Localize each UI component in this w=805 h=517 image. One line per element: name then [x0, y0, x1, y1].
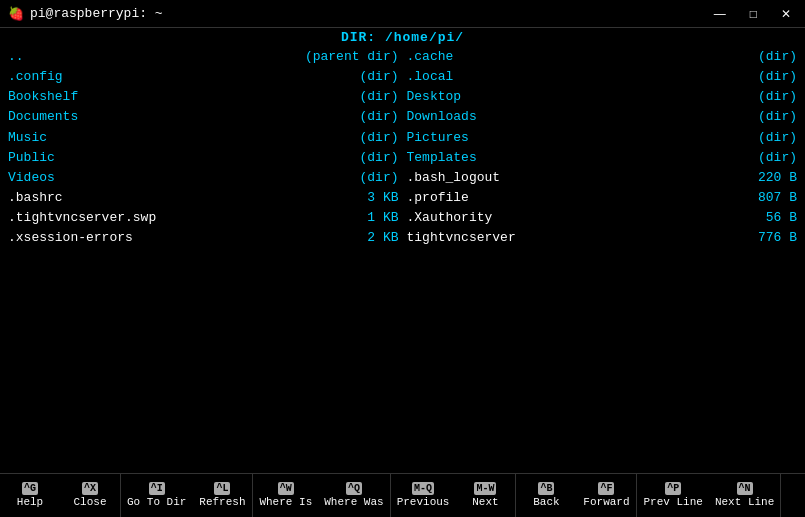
- list-item[interactable]: Bookshelf(dir): [4, 87, 403, 107]
- shortcut-button[interactable]: ^X Close: [60, 474, 120, 517]
- btn-row-top: ^W: [278, 482, 294, 495]
- list-item[interactable]: Documents(dir): [4, 107, 403, 127]
- key-label: M-W: [474, 482, 496, 495]
- btn-label-top: Where Is: [259, 495, 312, 509]
- list-item[interactable]: ..(parent dir): [4, 47, 403, 67]
- file-entry-name: .config: [8, 67, 63, 87]
- list-item[interactable]: .xsession-errors2 KB: [4, 228, 403, 248]
- file-entry-name: Templates: [407, 148, 477, 168]
- btn-label-top: Go To Dir: [127, 495, 186, 509]
- list-item[interactable]: .config(dir): [4, 67, 403, 87]
- file-entry-name: .local: [407, 67, 454, 87]
- close-button[interactable]: ✕: [775, 5, 797, 23]
- shortcut-button[interactable]: ^F Forward: [576, 474, 636, 517]
- file-entry-size: (dir): [329, 67, 399, 87]
- file-entry-size: (dir): [329, 148, 399, 168]
- btn-label-bottom: Next: [472, 495, 498, 509]
- titlebar-left: 🍓 pi@raspberrypi: ~: [8, 6, 163, 22]
- btn-row-top: ^G: [22, 482, 38, 495]
- app-icon: 🍓: [8, 6, 24, 22]
- key-label: ^L: [214, 482, 230, 495]
- shortcut-button[interactable]: M-W Next: [455, 474, 515, 517]
- file-entry-size: (dir): [329, 107, 399, 127]
- file-entry-size: 1 KB: [329, 208, 399, 228]
- list-item[interactable]: Templates(dir): [403, 148, 802, 168]
- btn-row-bottom: ^Q: [346, 482, 362, 495]
- file-entry-name: Public: [8, 148, 55, 168]
- button-group: ^I Go To Dir ^L Refresh: [121, 474, 253, 517]
- shortcut-button[interactable]: ^W Where Is: [253, 474, 318, 517]
- file-entry-size: 2 KB: [329, 228, 399, 248]
- file-entry-size: (dir): [727, 148, 797, 168]
- btn-row-top: ^B: [538, 482, 554, 495]
- titlebar-controls: — □ ✕: [708, 5, 797, 23]
- shortcut-button[interactable]: ^B Back: [516, 474, 576, 517]
- file-entry-size: 56 B: [727, 208, 797, 228]
- left-column: ..(parent dir).config(dir)Bookshelf(dir)…: [4, 47, 403, 248]
- btn-label-top: Back: [533, 495, 559, 509]
- file-panel: DIR: /home/pi/ ..(parent dir).config(dir…: [0, 28, 805, 473]
- file-entry-size: (dir): [727, 87, 797, 107]
- shortcut-button[interactable]: ^L Refresh: [192, 474, 252, 517]
- btn-label-bottom: Forward: [583, 495, 629, 509]
- list-item[interactable]: .cache(dir): [403, 47, 802, 67]
- list-item[interactable]: Pictures(dir): [403, 128, 802, 148]
- btn-row-bottom: M-W: [474, 482, 496, 495]
- file-entry-size: (parent dir): [305, 47, 399, 67]
- list-item[interactable]: .bashrc3 KB: [4, 188, 403, 208]
- btn-row-bottom: ^L: [214, 482, 230, 495]
- list-item[interactable]: Public(dir): [4, 148, 403, 168]
- file-entry-size: 807 B: [727, 188, 797, 208]
- list-item[interactable]: Desktop(dir): [403, 87, 802, 107]
- file-entry-size: (dir): [727, 107, 797, 127]
- shortcut-button[interactable]: ^N Next Line: [709, 474, 780, 517]
- btn-label-bottom: Close: [73, 495, 106, 509]
- key-label: ^I: [149, 482, 165, 495]
- btn-row-bottom: ^F: [598, 482, 614, 495]
- btn-row-bottom: ^N: [737, 482, 753, 495]
- shortcut-button[interactable]: ^Q Where Was: [318, 474, 389, 517]
- file-entry-name: ..: [8, 47, 24, 67]
- file-entry-name: .Xauthority: [407, 208, 493, 228]
- list-item[interactable]: Music(dir): [4, 128, 403, 148]
- button-group: ^P Prev Line ^N Next Line: [637, 474, 781, 517]
- file-entry-name: tightvncserver: [407, 228, 516, 248]
- file-entry-name: .profile: [407, 188, 469, 208]
- file-entry-name: Downloads: [407, 107, 477, 127]
- shortcut-button[interactable]: ^I Go To Dir: [121, 474, 192, 517]
- minimize-button[interactable]: —: [708, 5, 732, 23]
- key-label: ^P: [665, 482, 681, 495]
- shortcut-button[interactable]: ^P Prev Line: [637, 474, 708, 517]
- btn-label-bottom: Refresh: [199, 495, 245, 509]
- shortcut-button[interactable]: ^G Help: [0, 474, 60, 517]
- titlebar-title: pi@raspberrypi: ~: [30, 6, 163, 21]
- list-item[interactable]: .local(dir): [403, 67, 802, 87]
- btn-row-top: M-Q: [412, 482, 434, 495]
- key-label: ^F: [598, 482, 614, 495]
- file-entry-name: Bookshelf: [8, 87, 78, 107]
- file-entry-size: (dir): [727, 47, 797, 67]
- button-group: ^G Help ^X Close: [0, 474, 121, 517]
- shortcut-button[interactable]: M-Q Previous: [391, 474, 456, 517]
- file-entry-name: .bashrc: [8, 188, 63, 208]
- btn-row-top: ^I: [149, 482, 165, 495]
- key-label: ^N: [737, 482, 753, 495]
- file-entry-name: Documents: [8, 107, 78, 127]
- button-group: ^W Where Is ^Q Where Was: [253, 474, 390, 517]
- list-item[interactable]: .profile807 B: [403, 188, 802, 208]
- file-entry-name: Videos: [8, 168, 55, 188]
- maximize-button[interactable]: □: [744, 5, 763, 23]
- file-entry-name: .xsession-errors: [8, 228, 133, 248]
- file-entry-name: .cache: [407, 47, 454, 67]
- key-label: ^X: [82, 482, 98, 495]
- list-item[interactable]: Downloads(dir): [403, 107, 802, 127]
- list-item[interactable]: tightvncserver776 B: [403, 228, 802, 248]
- list-item[interactable]: Videos(dir): [4, 168, 403, 188]
- button-group: M-Q Previous M-W Next: [391, 474, 517, 517]
- list-item[interactable]: .Xauthority56 B: [403, 208, 802, 228]
- list-item[interactable]: .tightvncserver.swp1 KB: [4, 208, 403, 228]
- list-item[interactable]: .bash_logout220 B: [403, 168, 802, 188]
- file-entry-name: Pictures: [407, 128, 469, 148]
- btn-label-bottom: Where Was: [324, 495, 383, 509]
- file-entry-size: (dir): [329, 87, 399, 107]
